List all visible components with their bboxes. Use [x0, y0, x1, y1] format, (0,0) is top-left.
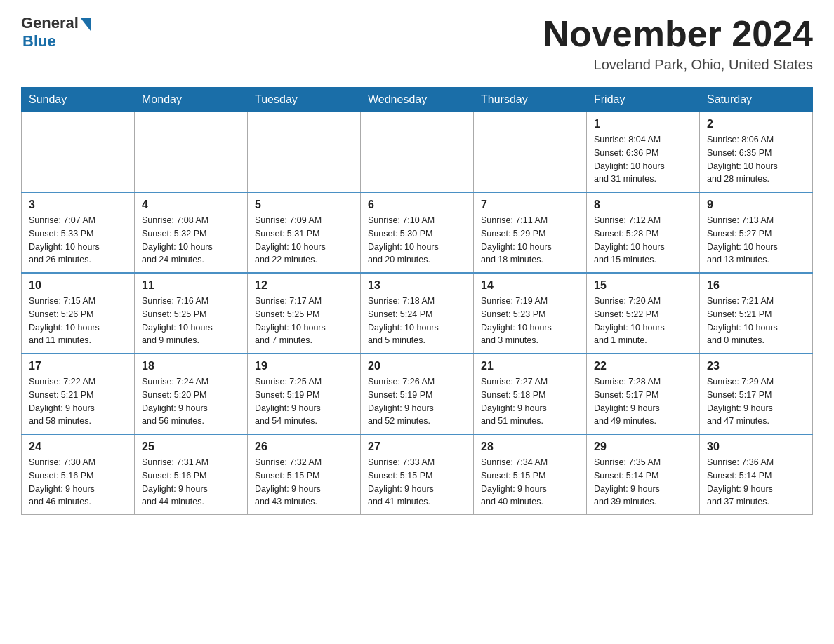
day-info: Sunrise: 7:21 AM Sunset: 5:21 PM Dayligh…: [707, 295, 805, 347]
day-info: Sunrise: 7:34 AM Sunset: 5:15 PM Dayligh…: [481, 456, 579, 509]
day-info: Sunrise: 7:07 AM Sunset: 5:33 PM Dayligh…: [29, 214, 127, 267]
calendar-cell: 15Sunrise: 7:20 AM Sunset: 5:22 PM Dayli…: [587, 273, 700, 354]
calendar-table: SundayMondayTuesdayWednesdayThursdayFrid…: [21, 87, 813, 515]
day-number: 18: [142, 360, 240, 373]
calendar-cell: 24Sunrise: 7:30 AM Sunset: 5:16 PM Dayli…: [22, 434, 135, 515]
day-number: 13: [368, 279, 466, 292]
calendar-cell: 22Sunrise: 7:28 AM Sunset: 5:17 PM Dayli…: [587, 354, 700, 434]
day-info: Sunrise: 7:13 AM Sunset: 5:27 PM Dayligh…: [707, 214, 805, 267]
calendar-cell: 26Sunrise: 7:32 AM Sunset: 5:15 PM Dayli…: [248, 434, 361, 515]
day-number: 4: [142, 199, 240, 211]
calendar-cell: 19Sunrise: 7:25 AM Sunset: 5:19 PM Dayli…: [248, 354, 361, 434]
week-row-2: 3Sunrise: 7:07 AM Sunset: 5:33 PM Daylig…: [22, 192, 813, 273]
calendar-cell: 10Sunrise: 7:15 AM Sunset: 5:26 PM Dayli…: [22, 273, 135, 354]
day-number: 27: [368, 441, 466, 453]
calendar-cell: 3Sunrise: 7:07 AM Sunset: 5:33 PM Daylig…: [22, 192, 135, 273]
month-title: November 2024: [543, 14, 813, 54]
day-info: Sunrise: 7:25 AM Sunset: 5:19 PM Dayligh…: [255, 375, 353, 428]
calendar-cell: 13Sunrise: 7:18 AM Sunset: 5:24 PM Dayli…: [361, 273, 474, 354]
calendar-cell: 6Sunrise: 7:10 AM Sunset: 5:30 PM Daylig…: [361, 192, 474, 273]
day-info: Sunrise: 7:30 AM Sunset: 5:16 PM Dayligh…: [29, 456, 127, 509]
calendar-cell: 12Sunrise: 7:17 AM Sunset: 5:25 PM Dayli…: [248, 273, 361, 354]
weekday-header-wednesday: Wednesday: [361, 88, 474, 112]
day-info: Sunrise: 7:15 AM Sunset: 5:26 PM Dayligh…: [29, 295, 127, 347]
day-info: Sunrise: 7:36 AM Sunset: 5:14 PM Dayligh…: [707, 456, 805, 509]
weekday-header-thursday: Thursday: [474, 88, 587, 112]
day-info: Sunrise: 8:04 AM Sunset: 6:36 PM Dayligh…: [594, 133, 692, 186]
calendar-cell: [135, 112, 248, 193]
day-info: Sunrise: 7:31 AM Sunset: 5:16 PM Dayligh…: [142, 456, 240, 509]
day-number: 21: [481, 360, 579, 373]
weekday-header-tuesday: Tuesday: [248, 88, 361, 112]
logo-general-text: General: [21, 14, 79, 32]
day-number: 3: [29, 199, 127, 211]
calendar-cell: [248, 112, 361, 193]
day-info: Sunrise: 7:17 AM Sunset: 5:25 PM Dayligh…: [255, 295, 353, 347]
weekday-header-friday: Friday: [587, 88, 700, 112]
calendar-cell: 16Sunrise: 7:21 AM Sunset: 5:21 PM Dayli…: [700, 273, 813, 354]
day-number: 2: [707, 118, 805, 130]
day-info: Sunrise: 7:28 AM Sunset: 5:17 PM Dayligh…: [594, 375, 692, 428]
logo: General Blue: [21, 14, 91, 51]
day-info: Sunrise: 7:16 AM Sunset: 5:25 PM Dayligh…: [142, 295, 240, 347]
week-row-5: 24Sunrise: 7:30 AM Sunset: 5:16 PM Dayli…: [22, 434, 813, 515]
calendar-cell: 25Sunrise: 7:31 AM Sunset: 5:16 PM Dayli…: [135, 434, 248, 515]
day-info: Sunrise: 7:27 AM Sunset: 5:18 PM Dayligh…: [481, 375, 579, 428]
day-number: 15: [594, 279, 692, 292]
calendar-cell: 20Sunrise: 7:26 AM Sunset: 5:19 PM Dayli…: [361, 354, 474, 434]
day-info: Sunrise: 7:12 AM Sunset: 5:28 PM Dayligh…: [594, 214, 692, 267]
calendar-cell: 30Sunrise: 7:36 AM Sunset: 5:14 PM Dayli…: [700, 434, 813, 515]
calendar-cell: 21Sunrise: 7:27 AM Sunset: 5:18 PM Dayli…: [474, 354, 587, 434]
weekday-header-saturday: Saturday: [700, 88, 813, 112]
day-info: Sunrise: 7:24 AM Sunset: 5:20 PM Dayligh…: [142, 375, 240, 428]
day-info: Sunrise: 7:11 AM Sunset: 5:29 PM Dayligh…: [481, 214, 579, 267]
day-number: 8: [594, 199, 692, 211]
calendar-cell: [361, 112, 474, 193]
calendar-cell: 8Sunrise: 7:12 AM Sunset: 5:28 PM Daylig…: [587, 192, 700, 273]
day-number: 7: [481, 199, 579, 211]
calendar-cell: 28Sunrise: 7:34 AM Sunset: 5:15 PM Dayli…: [474, 434, 587, 515]
day-info: Sunrise: 7:09 AM Sunset: 5:31 PM Dayligh…: [255, 214, 353, 267]
day-info: Sunrise: 7:29 AM Sunset: 5:17 PM Dayligh…: [707, 375, 805, 428]
calendar-cell: 4Sunrise: 7:08 AM Sunset: 5:32 PM Daylig…: [135, 192, 248, 273]
title-section: November 2024 Loveland Park, Ohio, Unite…: [543, 14, 813, 73]
day-number: 23: [707, 360, 805, 373]
day-number: 19: [255, 360, 353, 373]
day-info: Sunrise: 7:20 AM Sunset: 5:22 PM Dayligh…: [594, 295, 692, 347]
logo-blue-text: Blue: [22, 32, 56, 51]
day-number: 1: [594, 118, 692, 130]
calendar-cell: 7Sunrise: 7:11 AM Sunset: 5:29 PM Daylig…: [474, 192, 587, 273]
day-info: Sunrise: 7:18 AM Sunset: 5:24 PM Dayligh…: [368, 295, 466, 347]
calendar-cell: 17Sunrise: 7:22 AM Sunset: 5:21 PM Dayli…: [22, 354, 135, 434]
day-number: 17: [29, 360, 127, 373]
day-number: 30: [707, 441, 805, 453]
calendar-cell: [22, 112, 135, 193]
day-number: 22: [594, 360, 692, 373]
calendar-cell: 29Sunrise: 7:35 AM Sunset: 5:14 PM Dayli…: [587, 434, 700, 515]
calendar-cell: 23Sunrise: 7:29 AM Sunset: 5:17 PM Dayli…: [700, 354, 813, 434]
day-info: Sunrise: 7:10 AM Sunset: 5:30 PM Dayligh…: [368, 214, 466, 267]
day-info: Sunrise: 7:33 AM Sunset: 5:15 PM Dayligh…: [368, 456, 466, 509]
location-text: Loveland Park, Ohio, United States: [543, 57, 813, 73]
calendar-cell: 2Sunrise: 8:06 AM Sunset: 6:35 PM Daylig…: [700, 112, 813, 193]
day-number: 11: [142, 279, 240, 292]
calendar-cell: 27Sunrise: 7:33 AM Sunset: 5:15 PM Dayli…: [361, 434, 474, 515]
day-info: Sunrise: 7:08 AM Sunset: 5:32 PM Dayligh…: [142, 214, 240, 267]
day-number: 10: [29, 279, 127, 292]
day-number: 29: [594, 441, 692, 453]
calendar-cell: 11Sunrise: 7:16 AM Sunset: 5:25 PM Dayli…: [135, 273, 248, 354]
day-number: 25: [142, 441, 240, 453]
week-row-3: 10Sunrise: 7:15 AM Sunset: 5:26 PM Dayli…: [22, 273, 813, 354]
day-info: Sunrise: 7:26 AM Sunset: 5:19 PM Dayligh…: [368, 375, 466, 428]
logo-arrow-icon: [81, 18, 91, 31]
week-row-1: 1Sunrise: 8:04 AM Sunset: 6:36 PM Daylig…: [22, 112, 813, 193]
day-info: Sunrise: 7:32 AM Sunset: 5:15 PM Dayligh…: [255, 456, 353, 509]
day-number: 16: [707, 279, 805, 292]
calendar-cell: 18Sunrise: 7:24 AM Sunset: 5:20 PM Dayli…: [135, 354, 248, 434]
day-info: Sunrise: 7:22 AM Sunset: 5:21 PM Dayligh…: [29, 375, 127, 428]
day-number: 5: [255, 199, 353, 211]
day-info: Sunrise: 7:35 AM Sunset: 5:14 PM Dayligh…: [594, 456, 692, 509]
day-number: 12: [255, 279, 353, 292]
calendar-cell: 9Sunrise: 7:13 AM Sunset: 5:27 PM Daylig…: [700, 192, 813, 273]
day-info: Sunrise: 7:19 AM Sunset: 5:23 PM Dayligh…: [481, 295, 579, 347]
